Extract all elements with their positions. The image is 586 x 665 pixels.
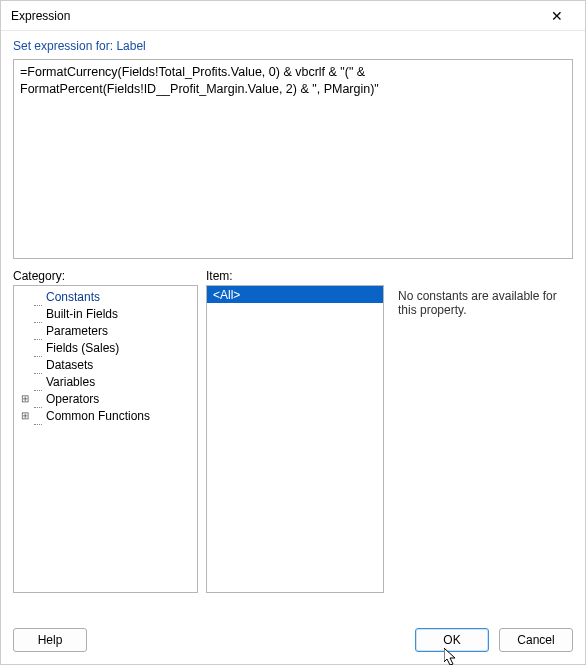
expression-input[interactable] (13, 59, 573, 259)
expression-dialog: Expression ✕ Set expression for: Label C… (0, 0, 586, 665)
category-item-label: Datasets (46, 358, 93, 372)
items-list-item[interactable]: <All> (207, 286, 383, 303)
description-text: No constants are available for this prop… (398, 289, 557, 317)
items-list[interactable]: <All> (207, 286, 383, 303)
cancel-button[interactable]: Cancel (499, 628, 573, 652)
close-button[interactable]: ✕ (537, 2, 577, 30)
item-label: Item: (206, 269, 384, 283)
set-expression-prompt: Set expression for: Label (13, 39, 573, 53)
category-item-label: Variables (46, 375, 95, 389)
category-tree-item[interactable]: Built-in Fields (18, 305, 197, 322)
panel-labels: Category: Item: (13, 269, 573, 283)
tree-expand-icon[interactable]: ⊞ (18, 410, 32, 421)
category-tree-item[interactable]: Variables (18, 373, 197, 390)
help-button[interactable]: Help (13, 628, 87, 652)
category-item-label: Common Functions (46, 409, 150, 423)
titlebar: Expression ✕ (1, 1, 585, 31)
category-tree-item[interactable]: Fields (Sales) (18, 339, 197, 356)
category-tree-item[interactable]: ⊞Operators (18, 390, 197, 407)
category-item-label: Operators (46, 392, 99, 406)
prompt-prefix: Set expression for: (13, 39, 116, 53)
category-item-label: Fields (Sales) (46, 341, 119, 355)
category-panel: ConstantsBuilt-in FieldsParametersFields… (13, 285, 198, 593)
category-item-label: Constants (46, 290, 100, 304)
category-tree-item[interactable]: Constants (18, 288, 197, 305)
category-tree-item[interactable]: Parameters (18, 322, 197, 339)
close-icon: ✕ (551, 8, 563, 24)
tree-expand-icon[interactable]: ⊞ (18, 393, 32, 404)
category-tree-item[interactable]: ⊞Common Functions (18, 407, 197, 424)
category-item-label: Built-in Fields (46, 307, 118, 321)
dialog-body: Set expression for: Label Category: Item… (1, 31, 585, 618)
items-panel: <All> (206, 285, 384, 593)
category-tree[interactable]: ConstantsBuilt-in FieldsParametersFields… (14, 288, 197, 424)
panels-row: ConstantsBuilt-in FieldsParametersFields… (13, 285, 573, 593)
category-tree-item[interactable]: Datasets (18, 356, 197, 373)
ok-button[interactable]: OK (415, 628, 489, 652)
category-label: Category: (13, 269, 198, 283)
category-item-label: Parameters (46, 324, 108, 338)
items-list-item-label: <All> (213, 288, 240, 302)
prompt-target: Label (116, 39, 145, 53)
dialog-footer: Help OK Cancel (1, 618, 585, 664)
window-title: Expression (11, 9, 537, 23)
description-panel: No constants are available for this prop… (392, 285, 573, 593)
